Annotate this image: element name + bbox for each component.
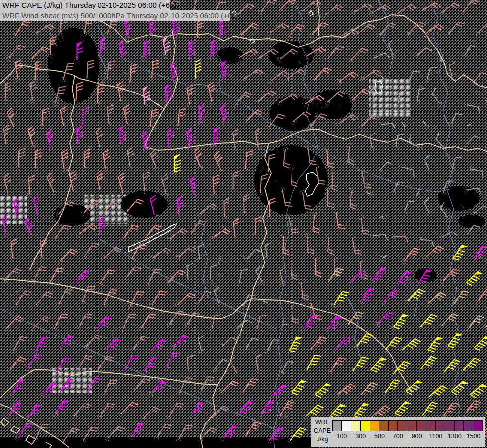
legend-cell bbox=[398, 420, 407, 431]
wind-barb bbox=[350, 235, 362, 254]
wind-barb bbox=[186, 263, 193, 281]
wind-barb bbox=[395, 5, 417, 16]
legend-tick-label: 1300 bbox=[448, 433, 462, 440]
wind-barb bbox=[379, 122, 395, 129]
wind-barb bbox=[423, 246, 443, 260]
wind-barb bbox=[277, 0, 296, 12]
wind-barb bbox=[400, 339, 421, 352]
wind-barb bbox=[427, 386, 448, 399]
wind-barb bbox=[194, 60, 201, 81]
wind-barb bbox=[30, 81, 37, 103]
wind-barb bbox=[214, 287, 221, 305]
wind-barb bbox=[31, 267, 47, 284]
wind-barb bbox=[377, 162, 393, 173]
wind-barb bbox=[150, 291, 167, 308]
wind-barb bbox=[325, 147, 334, 168]
wind-barb bbox=[313, 256, 321, 277]
wind-barb bbox=[102, 290, 117, 307]
legend-cell bbox=[445, 420, 455, 431]
wind-barb bbox=[240, 295, 255, 308]
wind-barb bbox=[17, 148, 25, 169]
wind-barb bbox=[441, 360, 460, 375]
wind-barb bbox=[33, 149, 41, 170]
wind-barb bbox=[199, 377, 215, 394]
wind-barb bbox=[6, 45, 25, 60]
wind-barb bbox=[131, 336, 149, 352]
wind-barb bbox=[465, 102, 480, 113]
wind-barb bbox=[355, 24, 375, 37]
wind-barb bbox=[424, 198, 432, 216]
weather-map-canvas: WRF CAPE (J/kg) Thursday 02-10-2025 06:0… bbox=[0, 0, 487, 448]
wind-barb bbox=[366, 192, 374, 197]
wind-barb bbox=[256, 91, 276, 104]
wind-barb bbox=[325, 187, 334, 208]
wind-barb bbox=[440, 232, 457, 240]
wind-barb bbox=[287, 337, 303, 353]
wind-barb bbox=[76, 126, 83, 147]
wind-barb bbox=[3, 125, 10, 147]
wind-barb bbox=[472, 206, 487, 215]
wind-barb bbox=[347, 143, 354, 165]
wind-barb bbox=[102, 200, 120, 216]
wind-barb bbox=[369, 5, 390, 16]
wind-barb bbox=[472, 336, 487, 351]
wind-barb bbox=[58, 379, 75, 395]
wind-barb bbox=[176, 196, 184, 217]
wind-barb bbox=[372, 53, 389, 60]
wind-barb bbox=[263, 301, 271, 305]
wind-barb bbox=[475, 22, 487, 36]
wind-barb bbox=[118, 82, 125, 104]
wind-barb bbox=[420, 402, 438, 418]
wind-barb bbox=[375, 312, 393, 327]
wind-barb bbox=[123, 105, 130, 126]
wind-barb bbox=[290, 303, 299, 323]
wind-barb bbox=[475, 289, 487, 304]
wind-barb bbox=[414, 48, 431, 58]
wind-barb bbox=[209, 406, 229, 420]
wind-barb bbox=[176, 246, 196, 260]
wind-barb bbox=[448, 114, 463, 127]
wind-barb bbox=[242, 195, 250, 216]
legend-tick-label: 300 bbox=[355, 433, 366, 440]
wind-barb bbox=[214, 151, 224, 173]
wind-barb bbox=[218, 19, 226, 40]
wind-barb bbox=[72, 403, 91, 418]
wind-barb bbox=[423, 121, 428, 128]
wind-barb bbox=[25, 355, 43, 371]
wind-barb bbox=[333, 337, 351, 353]
wind-barb bbox=[334, 210, 345, 229]
wind-barb bbox=[280, 268, 286, 286]
wind-barb bbox=[426, 293, 446, 306]
wind-barb bbox=[163, 36, 171, 57]
wind-barb bbox=[197, 204, 218, 217]
wind-barb bbox=[483, 314, 487, 330]
wind-barb bbox=[218, 256, 223, 263]
wind-barb bbox=[468, 167, 483, 178]
wind-barb bbox=[26, 405, 42, 421]
wind-barb bbox=[309, 337, 327, 352]
wind-barb bbox=[381, 290, 400, 305]
wind-barb bbox=[278, 402, 294, 418]
wind-barb bbox=[326, 46, 344, 61]
wind-barb bbox=[208, 265, 217, 283]
legend-label-unit: J/kg bbox=[311, 436, 333, 443]
wind-barb bbox=[243, 338, 258, 352]
wind-barb bbox=[118, 126, 126, 147]
title-bar-cape: WRF CAPE (J/kg) Thursday 02-10-2025 06:0… bbox=[0, 0, 170, 10]
wind-barb bbox=[98, 217, 106, 237]
wind-barb bbox=[416, 189, 421, 196]
wind-barb bbox=[312, 212, 319, 233]
wind-barb bbox=[243, 422, 261, 438]
wind-barb bbox=[150, 248, 171, 261]
legend-label-wrf: WRF bbox=[311, 419, 333, 426]
wind-barb bbox=[237, 269, 248, 285]
wind-barb bbox=[96, 356, 114, 372]
wind-barb bbox=[231, 171, 239, 192]
wind-barb bbox=[176, 109, 186, 129]
wind-barb bbox=[393, 401, 412, 416]
wind-barb bbox=[34, 24, 55, 35]
wind-barb bbox=[53, 225, 71, 241]
wind-barb bbox=[73, 270, 91, 285]
wind-barb bbox=[58, 249, 78, 263]
wind-barb bbox=[98, 270, 115, 286]
